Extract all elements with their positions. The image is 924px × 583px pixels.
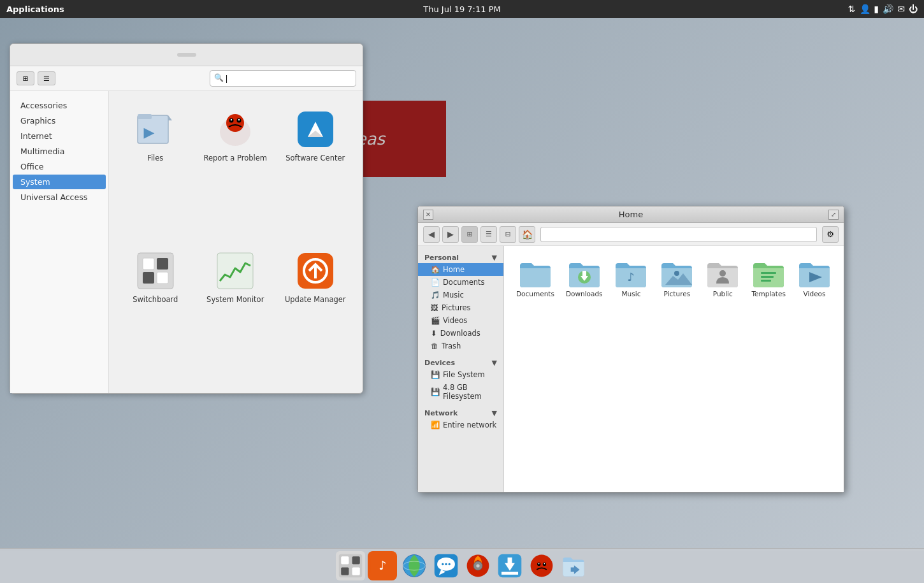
app-icon-files[interactable]: ▶ Files [119, 104, 192, 239]
fm-sidebar-network[interactable]: 📶 Entire network [418, 419, 503, 431]
svg-rect-34 [352, 568, 360, 575]
app-menu-window: ⊞ ☰ 🔍 Accessories Graphics Internet Mult… [10, 43, 363, 394]
search-icon: 🔍 [214, 73, 224, 82]
fm-sidebar-music[interactable]: 🎵 Music [418, 289, 503, 301]
fm-folder-documents[interactable]: Documents [514, 256, 557, 301]
volume-icon[interactable]: 🔊 [883, 4, 893, 14]
fm-sidebar-filesystem[interactable]: 💾 File System [418, 368, 503, 381]
svg-rect-51 [508, 558, 512, 564]
taskbar-report[interactable] [527, 551, 556, 580]
app-search-input[interactable] [210, 70, 356, 87]
taskbar-midori[interactable] [400, 551, 429, 580]
fm-home-button[interactable]: 🏠 [519, 226, 535, 243]
grid-view-button[interactable]: ⊞ [17, 71, 34, 85]
svg-rect-14 [157, 258, 168, 270]
taskbar-switchboard[interactable] [336, 551, 365, 580]
fm-devices-header[interactable]: Devices ▼ [418, 356, 503, 368]
fm-address-bar[interactable] [540, 227, 817, 242]
public-folder-icon [706, 259, 739, 287]
svg-point-45 [448, 563, 450, 565]
sidebar-item-graphics[interactable]: Graphics [13, 113, 106, 128]
downloads-folder-icon [568, 259, 601, 287]
svg-rect-26 [761, 272, 776, 274]
svg-point-43 [442, 563, 444, 565]
app-icon-sysmon[interactable]: System Monitor [199, 245, 273, 380]
taskbar-files[interactable] [559, 551, 588, 580]
fm-settings-button[interactable]: ⚙ [822, 226, 839, 243]
fm-back-button[interactable]: ◀ [423, 226, 440, 243]
fm-network-header[interactable]: Network ▼ [418, 407, 503, 419]
fm-maximize-button[interactable]: ⤢ [828, 210, 839, 220]
fm-personal-header[interactable]: Personal ▼ [418, 251, 503, 263]
power-icon[interactable]: ⏻ [909, 4, 918, 14]
fm-toolbar: ◀ ▶ ⊞ ☰ ⊟ 🏠 ⚙ [418, 223, 844, 246]
music-folder-label: Music [622, 290, 641, 298]
videos-folder-icon [798, 259, 831, 287]
fm-folder-music[interactable]: ♪ Music [612, 256, 651, 301]
taskbar-downloads[interactable] [495, 551, 524, 580]
sidebar-item-multimedia[interactable]: Multimedia [13, 144, 106, 159]
desktop: -releas ddenly change, dpad.net/element … [0, 18, 924, 551]
fm-sidebar-filesystem2[interactable]: 💾 4.8 GB Filesystem [418, 381, 503, 403]
sidebar-item-office[interactable]: Office [13, 159, 106, 174]
fm-sidebar: Personal ▼ 🏠 Home 📄 Documents 🎵 Music 🖼 [418, 246, 504, 492]
fm-list-view-button[interactable]: ☰ [480, 226, 497, 243]
taskbar-midori-icon [401, 553, 427, 579]
fm-forward-button[interactable]: ▶ [442, 226, 459, 243]
fm-sidebar-documents[interactable]: 📄 Documents [418, 276, 503, 289]
svg-rect-31 [341, 556, 349, 564]
pictures-icon: 🖼 [431, 303, 438, 312]
taskbar-music[interactable]: ♪ [368, 551, 397, 580]
transfer-icon[interactable]: ⇅ [848, 4, 856, 14]
fm-folder-pictures[interactable]: Pictures [657, 256, 697, 301]
app-icon-software[interactable]: Software Center [278, 104, 352, 239]
taskbar-brasero[interactable] [463, 551, 493, 580]
app-icon-switchboard-label: Switchboard [133, 295, 178, 304]
fm-folder-videos[interactable]: Videos [795, 256, 834, 301]
mail-icon[interactable]: ✉ [897, 4, 905, 14]
fm-sidebar-downloads[interactable]: ⬇ Downloads [418, 327, 503, 340]
fm-folder-public[interactable]: Public [703, 256, 742, 301]
app-icon-report[interactable]: Report a Problem [199, 104, 273, 239]
user-icon[interactable]: 👤 [860, 4, 870, 14]
update-manager-icon [295, 250, 336, 291]
fm-close-button[interactable]: ✕ [423, 210, 433, 220]
svg-rect-32 [352, 556, 360, 564]
videos-icon: 🎬 [431, 316, 440, 325]
music-folder-icon: ♪ [614, 259, 647, 287]
sidebar-item-system[interactable]: System [13, 175, 106, 189]
taskbar-chat[interactable] [431, 551, 461, 580]
sidebar-item-accessories[interactable]: Accessories [13, 98, 106, 113]
filesystem-icon: 💾 [431, 370, 440, 379]
app-icon-update[interactable]: Update Manager [278, 245, 352, 380]
report-icon [215, 109, 256, 150]
app-menu-button[interactable]: Applications [6, 4, 64, 14]
fm-sidebar-home[interactable]: 🏠 Home [418, 263, 503, 276]
downloads-folder-label: Downloads [566, 290, 603, 298]
fm-folder-templates[interactable]: Templates [749, 256, 788, 301]
battery-icon[interactable]: ▮ [874, 4, 879, 14]
svg-point-56 [538, 563, 540, 565]
taskbar: ♪ [0, 548, 924, 583]
svg-rect-16 [157, 272, 168, 284]
fm-icon-view-button[interactable]: ⊞ [461, 226, 478, 243]
taskbar-downloads-icon [497, 553, 523, 579]
sidebar-item-internet[interactable]: Internet [13, 129, 106, 143]
app-icon-switchboard[interactable]: Switchboard [119, 245, 192, 380]
fm-column-view-button[interactable]: ⊟ [500, 226, 516, 243]
fm-folder-downloads[interactable]: Downloads [563, 256, 605, 301]
fm-sidebar-trash[interactable]: 🗑 Trash [418, 340, 503, 352]
menu-tab-indicator [177, 53, 196, 57]
fm-sidebar-pictures[interactable]: 🖼 Pictures [418, 301, 503, 314]
taskbar-switchboard-icon [338, 553, 363, 579]
fm-content: Documents Downloads [504, 246, 844, 492]
list-view-button[interactable]: ☰ [38, 71, 55, 85]
taskbar-music-icon: ♪ [370, 553, 395, 579]
app-menu-toolbar: ⊞ ☰ 🔍 [10, 66, 363, 91]
svg-rect-17 [217, 253, 253, 289]
app-icon-update-label: Update Manager [285, 295, 346, 304]
svg-point-44 [445, 563, 447, 565]
fm-sidebar-videos[interactable]: 🎬 Videos [418, 314, 503, 327]
sidebar-item-universal-access[interactable]: Universal Access [13, 190, 106, 205]
svg-rect-15 [143, 272, 154, 284]
